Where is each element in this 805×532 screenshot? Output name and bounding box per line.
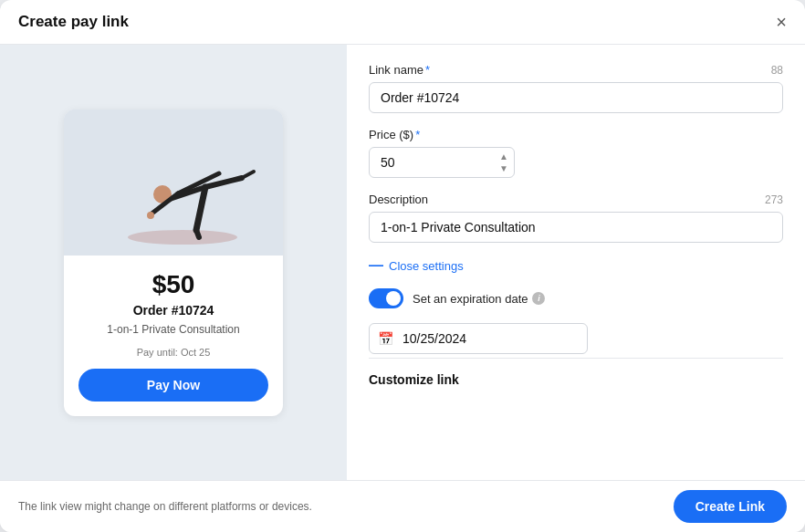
pay-card-body: $50 Order #10724 1-on-1 Private Consulta…	[64, 256, 283, 416]
close-settings-label: Close settings	[389, 259, 464, 273]
price-label: Price ($)*	[369, 128, 420, 141]
close-settings-toggle[interactable]: — Close settings	[369, 257, 783, 274]
footer-note: The link view might change on different …	[18, 500, 312, 513]
description-count: 273	[765, 193, 783, 206]
link-name-count: 88	[771, 64, 783, 77]
price-down-button[interactable]: ▼	[497, 163, 511, 174]
modal-footer: The link view might change on different …	[0, 480, 805, 532]
date-input-wrap: 📅	[369, 323, 588, 354]
form-panel: Link name* 88 Price ($)* ▲	[347, 45, 805, 480]
expiry-date-input[interactable]	[369, 323, 588, 354]
price-spinners: ▲ ▼	[497, 151, 511, 174]
pay-until: Pay until: Oct 25	[78, 347, 268, 358]
description-input[interactable]	[369, 212, 783, 243]
svg-point-10	[147, 212, 154, 219]
pay-now-button[interactable]: Pay Now	[78, 369, 268, 402]
pay-card: $50 Order #10724 1-on-1 Private Consulta…	[64, 110, 283, 416]
price-input-wrap: ▲ ▼	[369, 147, 515, 178]
price-row: ▲ ▼	[369, 147, 783, 178]
pay-price: $50	[78, 270, 268, 299]
link-name-label: Link name*	[369, 63, 430, 77]
expiry-toggle[interactable]	[369, 288, 403, 308]
customize-title: Customize link	[369, 372, 459, 387]
description-field: Description 273	[369, 193, 783, 243]
expiry-info-icon: i	[532, 292, 545, 305]
modal-title: Create pay link	[18, 13, 129, 31]
price-field: Price ($)* ▲ ▼	[369, 128, 783, 178]
pay-card-image	[64, 110, 283, 256]
minus-icon: —	[369, 257, 383, 274]
toggle-slider	[369, 288, 403, 308]
link-name-input[interactable]	[369, 82, 783, 113]
svg-point-1	[128, 230, 237, 245]
expiry-label: Set an expiration date i	[413, 292, 545, 306]
description-label: Description	[369, 193, 428, 206]
customize-section: Customize link	[369, 358, 783, 388]
modal-container: Create pay link ×	[0, 0, 805, 532]
link-name-field: Link name* 88	[369, 63, 783, 113]
pay-order: Order #10724	[78, 303, 268, 318]
modal-body: $50 Order #10724 1-on-1 Private Consulta…	[0, 45, 805, 480]
calendar-icon: 📅	[378, 331, 393, 346]
price-up-button[interactable]: ▲	[497, 151, 511, 162]
modal-header: Create pay link ×	[0, 0, 805, 45]
yoga-illustration	[64, 110, 283, 256]
close-button[interactable]: ×	[776, 13, 787, 31]
create-link-button[interactable]: Create Link	[674, 490, 787, 523]
pay-description: 1-on-1 Private Consultation	[78, 323, 268, 336]
expiry-row: Set an expiration date i	[369, 288, 783, 308]
price-input[interactable]	[369, 147, 515, 178]
link-name-label-row: Link name* 88	[369, 63, 783, 77]
svg-line-9	[196, 230, 199, 237]
preview-panel: $50 Order #10724 1-on-1 Private Consulta…	[0, 45, 347, 480]
price-label-row: Price ($)*	[369, 128, 783, 141]
description-label-row: Description 273	[369, 193, 783, 206]
